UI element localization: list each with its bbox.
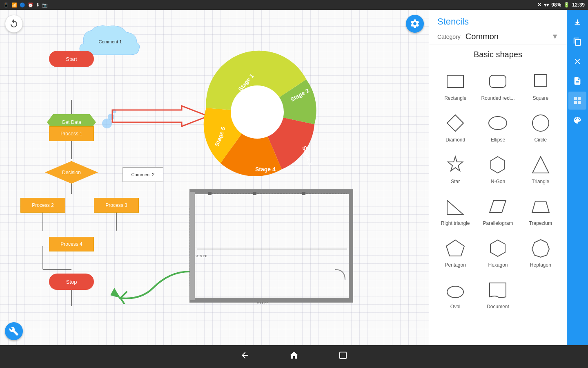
svg-text:Stage 3: Stage 3 [301, 145, 314, 166]
svg-rect-24 [190, 192, 195, 300]
svg-rect-36 [490, 75, 506, 88]
shape-right-triangle[interactable]: Right triangle [436, 191, 475, 229]
undo-button[interactable] [5, 15, 23, 33]
palette-button[interactable] [568, 111, 586, 129]
export-button[interactable] [568, 13, 586, 31]
svg-marker-44 [447, 200, 463, 215]
category-dropdown-icon[interactable]: ▼ [551, 32, 559, 41]
svg-rect-32 [208, 192, 212, 195]
svg-rect-54 [578, 101, 581, 104]
download-icon: ⬇ [36, 2, 40, 8]
fc-start[interactable]: Start [49, 51, 94, 67]
battery-icon: 🔋 [564, 2, 570, 8]
settings-button[interactable] [406, 15, 424, 33]
star-shape-icon [444, 153, 467, 176]
fc-process4[interactable]: Process 4 [49, 237, 94, 251]
rounded-rect-shape-icon [486, 70, 509, 93]
fc-decision[interactable]: Decision [45, 161, 98, 184]
svg-marker-49 [532, 240, 549, 257]
svg-point-39 [489, 117, 507, 130]
fc-process2[interactable]: Process 2 [20, 198, 65, 213]
fc-stop[interactable]: Stop [49, 274, 94, 290]
canvas-grid[interactable]: No Yes Comment 1 Start Get Data [0, 10, 429, 345]
shape-hexagon[interactable]: Hexagon [478, 233, 517, 271]
close-button[interactable] [568, 52, 586, 70]
main-container: No Yes Comment 1 Start Get Data [0, 10, 588, 345]
ngon-label: N-Gon [491, 179, 505, 184]
shape-diamond[interactable]: Diamond [436, 108, 475, 146]
bluetooth-icon: 🔵 [20, 2, 25, 8]
svg-point-40 [532, 115, 549, 131]
category-value: Common [466, 32, 499, 41]
document-shape-icon [486, 278, 509, 301]
bottom-bar [0, 345, 588, 368]
status-right: ✕ ▾▾ 98% 🔋 12:39 [537, 2, 585, 8]
svg-point-50 [447, 286, 463, 298]
svg-marker-41 [448, 157, 463, 171]
status-bar: 📱 📶 🔵 ⏰ ⬇ 📷 ✕ ▾▾ 98% 🔋 12:39 [0, 0, 588, 10]
status-icons: 📱 📶 🔵 ⏰ ⬇ 📷 [3, 2, 48, 8]
sim-icon: 📱 [3, 2, 9, 8]
shape-ellipse[interactable]: Ellipse [478, 108, 517, 146]
canvas-area: No Yes Comment 1 Start Get Data [0, 10, 429, 345]
screenshot-icon: 📷 [42, 2, 48, 8]
shape-heptagon[interactable]: Heptagon [521, 233, 560, 271]
shape-rounded-rect[interactable]: Rounded rect... [478, 66, 517, 104]
oval-shape-icon [444, 278, 467, 301]
shape-triangle[interactable]: Triangle [521, 149, 560, 188]
battery-pct: 98% [551, 2, 561, 8]
recent-apps-button[interactable] [335, 347, 351, 366]
right-triangle-shape-icon [444, 195, 467, 218]
svg-marker-45 [490, 200, 506, 213]
ellipse-label: Ellipse [491, 137, 505, 143]
comment2[interactable]: Comment 2 [122, 167, 163, 182]
circle-label: Circle [534, 137, 547, 143]
back-button[interactable] [237, 347, 253, 366]
right-triangle-label: Right triangle [441, 220, 470, 226]
home-button[interactable] [286, 347, 302, 366]
wifi-signal-icon: ▾▾ [544, 2, 549, 8]
file-button[interactable] [568, 72, 586, 90]
fc-process1[interactable]: Process 1 [49, 126, 94, 141]
svg-rect-53 [574, 101, 577, 104]
trapezium-shape-icon [529, 195, 552, 218]
parallelogram-shape-icon [486, 195, 509, 218]
svg-text:Stage 4: Stage 4 [255, 166, 276, 173]
stencils-header: Stencils Category Common ▼ [429, 10, 567, 45]
icon-bar [567, 10, 588, 345]
svg-rect-35 [447, 75, 463, 88]
svg-rect-37 [535, 74, 547, 87]
star-label: Star [451, 179, 460, 184]
stencils-panel: Stencils Category Common ▼ Basic shapes … [429, 10, 567, 345]
shape-oval[interactable]: Oval [436, 274, 475, 313]
svg-rect-34 [302, 192, 305, 195]
shape-circle[interactable]: Circle [521, 108, 560, 146]
svg-marker-46 [532, 201, 549, 213]
svg-rect-51 [574, 97, 577, 100]
shape-ngon[interactable]: N-Gon [478, 149, 517, 188]
svg-text:319.26: 319.26 [196, 254, 207, 258]
triangle-shape-icon [529, 153, 552, 176]
shape-star[interactable]: Star [436, 149, 475, 188]
svg-text:511.65: 511.65 [257, 301, 269, 305]
rectangle-shape-icon [444, 70, 467, 93]
hexagon-label: Hexagon [488, 262, 508, 268]
copy-button[interactable] [568, 33, 586, 51]
svg-rect-55 [340, 352, 346, 359]
hexagon-shape-icon [486, 237, 509, 260]
heptagon-label: Heptagon [530, 262, 551, 268]
tools-button[interactable] [5, 322, 23, 340]
shape-rectangle[interactable]: Rectangle [436, 66, 475, 104]
shape-trapezium[interactable]: Trapezium [521, 191, 560, 229]
stencils-button[interactable] [568, 92, 586, 110]
stencils-content: Basic shapes Rectangle Roun [429, 45, 567, 345]
shape-square[interactable]: Square [521, 66, 560, 104]
shape-parallelogram[interactable]: Parallelogram [478, 191, 517, 229]
shape-document[interactable]: Document [478, 274, 517, 313]
fc-process3[interactable]: Process 3 [94, 198, 139, 213]
svg-marker-38 [447, 115, 463, 131]
ngon-shape-icon [486, 153, 509, 176]
circle-shape-icon [529, 112, 552, 135]
shape-pentagon[interactable]: Pentagon [436, 233, 475, 271]
svg-marker-42 [491, 157, 505, 173]
